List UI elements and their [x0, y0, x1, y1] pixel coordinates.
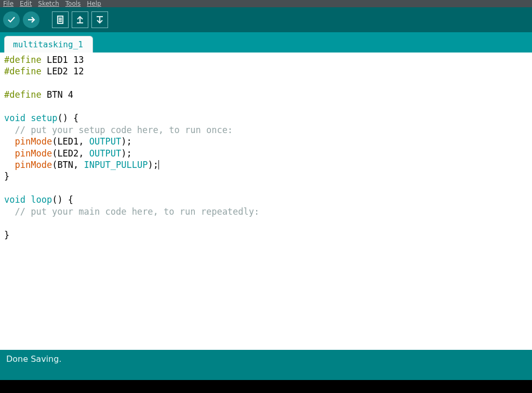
menu-file[interactable]: File [3, 0, 14, 7]
tok: #define [4, 66, 42, 76]
menu-help[interactable]: Help [87, 0, 101, 7]
tok: #define [4, 89, 42, 100]
tok: // put your main code here, to run repea… [4, 206, 259, 217]
verify-button[interactable] [3, 11, 20, 28]
toolbar [0, 7, 532, 32]
save-button[interactable] [91, 11, 108, 28]
status-bar: Done Saving. [0, 350, 532, 380]
tok: INPUT_PULLUP [84, 160, 148, 170]
open-up-arrow-icon [75, 15, 85, 24]
tok: loop [31, 194, 52, 205]
new-button[interactable] [52, 11, 69, 28]
tok: // put your setup code here, to run once… [4, 125, 233, 135]
menu-bar: File Edit Sketch Tools Help [0, 0, 532, 7]
tok: pinMode [15, 136, 52, 147]
tok: } [4, 171, 9, 181]
tok: ); [121, 148, 131, 159]
tok: (BTN, [52, 160, 84, 170]
code-editor[interactable]: #define LED1 13 #define LED2 12 #define … [0, 53, 532, 350]
tok: OUTPUT [89, 136, 121, 147]
check-icon [7, 15, 16, 24]
tok: ); [121, 136, 131, 147]
tok: BTN 4 [47, 89, 73, 100]
tok: OUTPUT [89, 148, 121, 159]
new-file-icon [56, 15, 65, 24]
upload-button[interactable] [23, 11, 39, 28]
tab-bar: multitasking_1 [0, 32, 532, 53]
tok: (LED2, [52, 148, 89, 159]
tok: setup [31, 113, 57, 123]
tok: ); [148, 160, 158, 170]
tok: LED2 12 [47, 66, 84, 76]
tok: void [4, 194, 25, 205]
text-cursor [158, 160, 159, 169]
console-area [0, 380, 532, 393]
tok: () { [52, 194, 73, 205]
open-button[interactable] [72, 11, 88, 28]
tok: pinMode [15, 148, 52, 159]
tok: (LED1, [52, 136, 89, 147]
tok: void [4, 113, 25, 123]
tok: } [4, 230, 9, 240]
tok: LED1 13 [47, 55, 84, 65]
status-text: Done Saving. [6, 354, 61, 364]
menu-tools[interactable]: Tools [65, 0, 81, 7]
save-down-arrow-icon [95, 15, 104, 24]
tok: #define [4, 55, 42, 65]
menu-sketch[interactable]: Sketch [38, 0, 59, 7]
menu-edit[interactable]: Edit [20, 0, 32, 7]
arrow-right-icon [26, 15, 36, 24]
tok: () { [57, 113, 78, 123]
tok: pinMode [15, 160, 52, 170]
sketch-tab[interactable]: multitasking_1 [4, 36, 93, 53]
